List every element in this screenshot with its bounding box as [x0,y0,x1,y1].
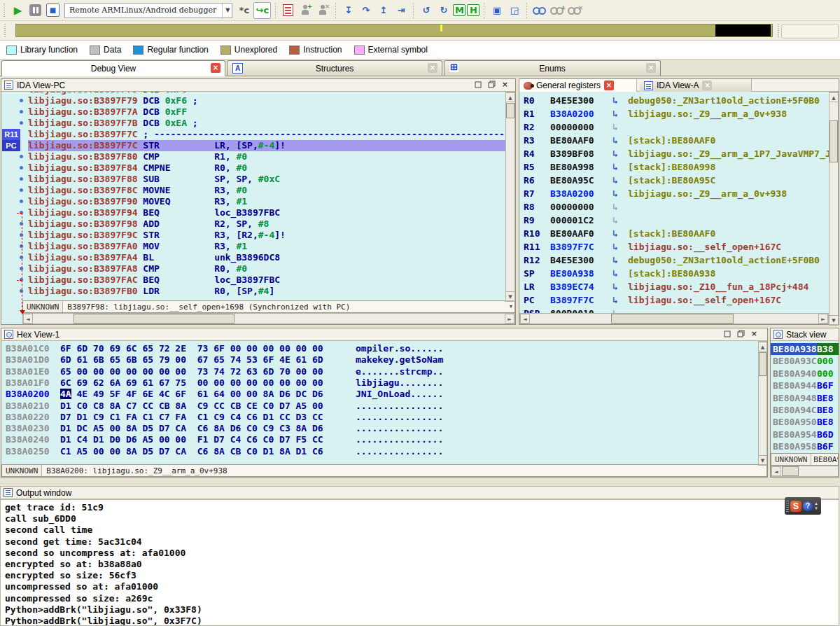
disasm-line[interactable]: libjiagu.so:B3897F8C MOVNE R3, #0 [28,185,505,196]
address-dot[interactable] [20,188,23,192]
scroll-thumb[interactable] [830,120,838,162]
disasm-line[interactable]: libjiagu.so:B3897F7B DCB 0xEA ; [28,118,505,129]
run-to-cursor-icon[interactable]: *c [236,3,252,18]
scroll-up-icon[interactable]: ▲ [758,342,767,352]
register-target[interactable]: libjiagu.so:_Z9__arm_a_0v+938 [628,107,787,120]
watch-view-icon[interactable] [531,3,547,18]
disasm-line[interactable]: libjiagu.so:B3897F98 ADD R2, SP, #8 [28,218,505,230]
stack-row[interactable]: BE80A948BE8 [771,392,839,404]
debugger-selector[interactable]: Remote ARMLinux/Android debugger ▼ [64,3,232,18]
close-icon[interactable]: × [428,63,438,73]
stack-hscrollbar[interactable]: ◄ [771,466,839,477]
hex-ascii[interactable]: libjiagu........ [356,377,443,389]
register-value[interactable]: BE80A998 [550,160,594,174]
disasm-line[interactable]: libjiagu.so:B3897FA8 CMP R0, #0 [28,263,505,274]
register-target[interactable]: [stack]:BE80A938 [628,267,715,280]
run-until-return-icon[interactable]: ⇥ [393,3,409,18]
hex-ascii[interactable]: e.......strcmp.. [356,366,443,377]
register-value[interactable]: B3897F7C [550,293,594,307]
stack-row[interactable]: BE80A950BE8 [771,416,839,428]
register-value[interactable]: B38A0200 [550,107,594,120]
hex-dump[interactable]: B38A01C06F 6D 70 69 6C 65 72 2E 73 6F 00… [1,341,758,466]
register-target[interactable]: libjiagu.so:__self_open+167C [628,240,781,253]
register-value[interactable]: B389BF08 [550,147,594,160]
register-value[interactable]: BE80AAF0 [550,227,594,240]
hex-ascii[interactable]: ................ [356,446,443,457]
disasm-line[interactable]: libjiagu.so:B3897F79 DCB 0xF6 ; [28,95,505,106]
register-target[interactable]: [stack]:BE80AAF0 [628,227,715,240]
scroll-thumb[interactable] [782,466,799,476]
registers-hscrollbar[interactable]: ◄ ► [519,313,829,324]
stack-row[interactable]: BE80A93C000 [771,355,839,367]
close-icon[interactable]: × [702,81,712,90]
stack-value[interactable]: B6F [817,380,839,391]
register-value[interactable]: BE80A938 [550,267,594,280]
step-into-icon[interactable]: ↧ [340,3,356,18]
scroll-thumb[interactable] [611,314,734,324]
tab-debug-view[interactable]: Debug View × [1,60,225,76]
disasm-line[interactable]: libjiagu.so:B3897FAC BEQ loc_B3897FBC [28,274,505,286]
breakpoint-list-icon[interactable] [280,3,296,18]
toolbar-grip[interactable] [4,4,7,18]
scroll-left-icon[interactable]: ◄ [520,314,530,324]
hex-row[interactable]: B38A0240D1 C4 D1 D0 D6 A5 00 00 F1 D7 C4… [1,434,758,445]
hex-bytes[interactable]: D1 C4 D1 D0 D6 A5 00 00 F1 D7 C4 C6 C0 D… [60,434,323,445]
register-value[interactable]: BE80AAF0 [550,134,594,147]
close-icon[interactable]: × [604,81,614,90]
address-dot[interactable] [20,155,23,158]
tab-structures[interactable]: A Structures × [227,60,442,76]
scroll-up-icon[interactable]: ▲ [505,92,515,102]
disasm-line[interactable]: libjiagu.so:B3897F94 BEQ loc_B3897FBC [28,207,505,218]
s-logo-icon[interactable]: S [790,501,802,512]
output-window-titlebar[interactable]: Output window [0,486,839,499]
restore-icon[interactable] [737,330,745,338]
stack-value[interactable]: B38 [817,343,839,355]
module-h-icon[interactable]: H [467,4,479,16]
register-target[interactable]: [stack]:BE80A998 [628,160,715,174]
hex-row[interactable]: B38A01D06D 61 6B 65 6B 65 79 00 67 65 74… [1,354,758,366]
register-value[interactable]: 000001C2 [550,214,594,227]
stack-value[interactable]: 000 [817,355,839,367]
disasm-hscrollbar[interactable]: ◄ ► [22,313,515,324]
disasm-line[interactable]: libjiagu.so:B3897FB0 LDR R0, [SP,#4] [28,286,505,297]
scroll-down-icon[interactable]: ▼ [505,291,515,301]
stack-list[interactable]: BE80A938B38BE80A93C000BE80A940000BE80A94… [771,341,839,453]
register-target[interactable]: [stack]:BE80AAF0 [628,134,715,147]
hex-row[interactable]: B38A02004A 4E 49 5F 4F 6E 4C 6F 61 64 00… [1,389,758,400]
registers-vscrollbar[interactable]: ▲ ▼ [829,92,839,326]
register-target[interactable]: libjiagu.so:_Z9__arm_a_0v+938 [628,187,787,200]
hex-bytes[interactable]: D7 D1 C9 C1 FA C1 C7 FA C1 C9 C4 C6 D1 C… [60,412,323,423]
disassembly-listing[interactable]: libjiagu.so:B3897F79 DCB 0xF6 ;libjiagu.… [1,92,515,302]
stack-row[interactable]: BE80A940000 [771,368,839,380]
hex-ascii[interactable]: ................ [356,423,443,434]
process-attach-icon[interactable]: + [298,3,314,18]
close-icon[interactable]: × [646,63,656,73]
hex-row[interactable]: B38A01C06F 6D 70 69 6C 65 72 2E 73 6F 00… [1,343,758,354]
floating-capture-widget[interactable]: S ? ▲▼ [785,497,821,515]
scroll-up-icon[interactable]: ▲ [829,92,839,102]
hex-bytes[interactable]: 6D 61 6B 65 6B 65 79 00 67 65 74 53 6F 4… [60,354,323,366]
register-target[interactable]: libjiagu.so:_Z9__arm_a_1P7_JavaVMP7_JNIE… [628,147,829,160]
navband-spacer-button[interactable] [781,24,839,39]
register-value[interactable]: B389EC74 [550,280,594,293]
maximize-icon[interactable] [475,81,482,88]
scroll-thumb[interactable] [759,352,766,376]
hex-bytes[interactable]: D1 C0 C8 8A C7 CC CB 8A C9 CC CB CE C0 D… [60,401,323,412]
scroll-left-icon[interactable]: ◄ [771,466,781,476]
hex-ascii[interactable]: ................ [356,434,443,445]
register-value[interactable]: B4E5E300 [550,253,594,267]
undo-jump-icon[interactable]: ↺ [418,3,434,18]
stack-row[interactable]: BE80A938B38 [771,343,839,355]
scroll-thumb[interactable] [506,103,514,118]
stack-value[interactable]: 000 [817,368,839,380]
hex-bytes[interactable]: D1 DC A5 00 8A D5 D7 CA C6 8A D6 C0 C9 C… [60,423,323,434]
hex-bytes[interactable]: 4A 4E 49 5F 4F 6E 4C 6F 61 64 00 00 8A D… [60,389,323,400]
step-over-icon[interactable]: ↷ [358,3,374,18]
navigation-band[interactable] [15,24,773,37]
address-dot[interactable] [20,110,23,113]
hex-row[interactable]: B38A01E065 00 00 00 00 00 00 00 73 74 72… [1,366,758,377]
address-dot[interactable] [20,121,23,125]
stop-icon[interactable]: ■ [45,3,61,18]
scroll-down-icon[interactable]: ▼ [829,315,839,325]
hex-row[interactable]: B38A0230D1 DC A5 00 8A D5 D7 CA C6 8A D6… [1,423,758,434]
